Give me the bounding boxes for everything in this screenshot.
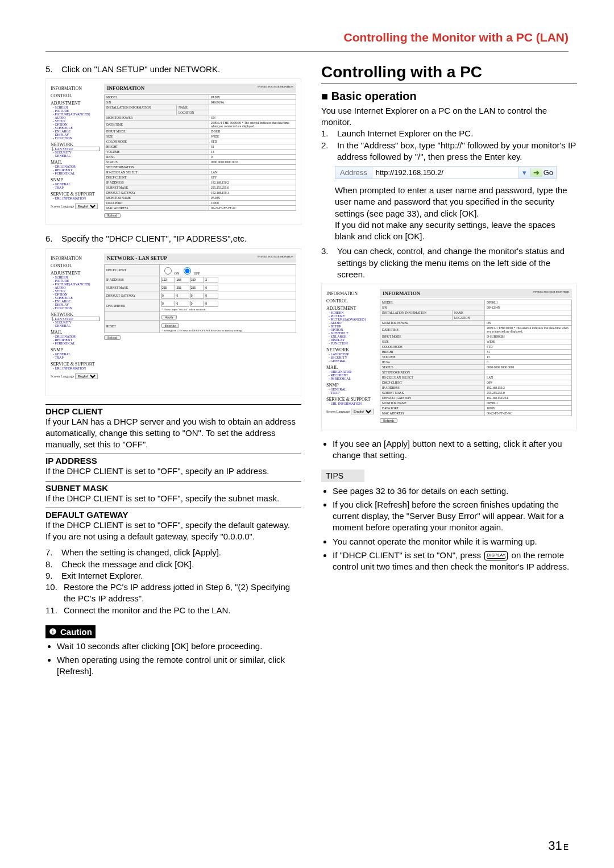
language-select[interactable]: English bbox=[75, 373, 98, 379]
step-5-num: 5. bbox=[45, 64, 56, 75]
nav-link[interactable]: - URL INFORMATION bbox=[53, 197, 99, 200]
nav-group[interactable]: SERVICE & SUPPORT bbox=[51, 192, 99, 197]
tip-3: You cannot operate the monitor while it … bbox=[333, 536, 577, 547]
nav-link[interactable]: - TRAP bbox=[53, 186, 99, 189]
apply-button[interactable]: Apply bbox=[161, 315, 177, 319]
nav-link[interactable]: - PERIODICAL bbox=[53, 172, 99, 175]
ip-octet[interactable] bbox=[161, 293, 175, 299]
caution-list: Wait 10 seconds after clicking [OK] befo… bbox=[45, 641, 301, 678]
nav-group[interactable]: CONTROL bbox=[326, 298, 375, 304]
step-5-text: Click on "LAN SETUP" under NETWORK. bbox=[61, 64, 220, 75]
ip-octet[interactable] bbox=[176, 285, 189, 291]
cap1-sidebar: INFORMATIONCONTROLADJUSTMENT- SCREEN- PI… bbox=[51, 84, 99, 218]
address-label: Address bbox=[335, 167, 372, 178]
nav-group[interactable]: MAIL bbox=[51, 160, 99, 165]
cap3-sub: TYPE65 PCC/SCB MONITOR bbox=[533, 290, 569, 296]
nav-link[interactable]: - GENERAL bbox=[53, 154, 99, 157]
ip-octet[interactable] bbox=[190, 277, 204, 283]
step-6-num: 6. bbox=[45, 233, 56, 244]
cap2-form: DHCP CLIENT ON OFFIP ADDRESS SUBNET MASK… bbox=[104, 264, 296, 333]
nav-group[interactable]: CONTROL bbox=[51, 263, 99, 268]
nav-group[interactable]: INFORMATION bbox=[51, 86, 99, 91]
ip-octet[interactable] bbox=[161, 301, 175, 307]
go-label[interactable]: Go bbox=[542, 167, 557, 178]
nav-link[interactable]: - GENERAL bbox=[329, 359, 375, 363]
ip-octet[interactable] bbox=[205, 301, 218, 307]
nav-group[interactable]: CONTROL bbox=[51, 93, 99, 98]
cap2-title: NETWORK - LAN SETUP bbox=[107, 255, 167, 261]
page-header-title: Controlling the Monitor with a PC (LAN) bbox=[344, 31, 569, 44]
dhcp-on-radio[interactable] bbox=[164, 267, 172, 275]
execute-button[interactable]: Execute bbox=[161, 323, 179, 328]
right-step-1: 1. Launch Internet Explorer on the PC. bbox=[321, 128, 577, 139]
nav-group[interactable]: SNMP bbox=[51, 177, 99, 182]
nav-group[interactable]: NETWORK bbox=[326, 347, 375, 352]
dhcp-off-radio[interactable] bbox=[184, 267, 191, 275]
ip-octet[interactable] bbox=[176, 277, 189, 283]
nav-group[interactable]: ADJUSTMENT bbox=[51, 271, 99, 276]
ip-octet[interactable] bbox=[205, 293, 218, 299]
address-field[interactable]: http://192.168.150.2/ bbox=[372, 167, 519, 178]
ip-octet[interactable] bbox=[176, 301, 189, 307]
language-select[interactable]: English bbox=[75, 203, 98, 209]
step-11: 11.Connect the monitor and the PC to the… bbox=[45, 605, 301, 616]
nav-group[interactable]: MAIL bbox=[326, 365, 375, 370]
cap2-reload-button[interactable]: Reload bbox=[104, 335, 121, 340]
nav-group[interactable]: INFORMATION bbox=[51, 256, 99, 261]
step-7: 7.When the setting is changed, click [Ap… bbox=[45, 547, 301, 558]
step-6: 6. Specify the "DHCP CLIENT", "IP ADDRES… bbox=[45, 233, 301, 244]
nav-group[interactable]: INFORMATION bbox=[326, 291, 375, 296]
intro-text: You use Internet Explorer on a PC on the… bbox=[321, 105, 577, 128]
step-10: 10.Restore the PC's IP address jotted in… bbox=[45, 582, 301, 605]
step-5: 5. Click on "LAN SETUP" under NETWORK. bbox=[45, 64, 301, 75]
section-title: Controlling with a PC bbox=[321, 64, 577, 81]
screenshot-information-right: INFORMATIONCONTROLADJUSTMENT- SCREEN- PI… bbox=[321, 284, 577, 430]
tip-4a: If "DHCP CLIENT" is set to "ON", press bbox=[333, 550, 483, 560]
nav-link[interactable]: - PERIODICAL bbox=[53, 342, 99, 345]
display-button-icon: DISPLAY bbox=[484, 551, 508, 560]
nav-link[interactable]: - FUNCTION bbox=[53, 136, 99, 140]
nav-link[interactable]: - URL INFORMATION bbox=[329, 402, 375, 405]
nav-group[interactable]: ADJUSTMENT bbox=[326, 306, 375, 311]
cap1-table: MODELPA50XS/N8416919AINSTALLATION INFORM… bbox=[104, 94, 296, 211]
step-9: 9.Exit Internet Explorer. bbox=[45, 570, 301, 582]
nav-link[interactable]: - FUNCTION bbox=[329, 342, 375, 345]
subnet-mask-title: SUBNET MASK bbox=[45, 481, 301, 493]
nav-group[interactable]: SNMP bbox=[326, 383, 375, 388]
default-gateway-text-a: If the DHCP CLIENT is set to "OFF", spec… bbox=[45, 520, 301, 531]
nav-link[interactable]: - FUNCTION bbox=[53, 306, 99, 310]
nav-link[interactable]: - TRAP bbox=[53, 356, 99, 359]
header-rule bbox=[45, 51, 569, 52]
nav-group[interactable]: SERVICE & SUPPORT bbox=[51, 362, 99, 367]
nav-group[interactable]: SERVICE & SUPPORT bbox=[326, 397, 375, 402]
nav-link[interactable]: - GENERAL bbox=[53, 324, 99, 327]
cap3-refresh-button[interactable]: Refresh bbox=[380, 418, 397, 423]
ip-octet[interactable] bbox=[205, 285, 218, 291]
default-gateway-title: DEFAULT GATEWAY bbox=[45, 508, 301, 520]
page-number-value: 31 bbox=[548, 838, 562, 853]
page-number-suffix: E bbox=[563, 842, 569, 852]
step-6-text: Specify the "DHCP CLIENT", "IP ADDRESS",… bbox=[61, 233, 247, 244]
nav-group[interactable]: NETWORK bbox=[51, 142, 99, 147]
ip-octet[interactable] bbox=[161, 277, 175, 283]
ip-octet[interactable] bbox=[190, 301, 204, 307]
ip-octet[interactable] bbox=[161, 285, 175, 291]
go-arrow-icon[interactable]: ➜ bbox=[531, 168, 542, 177]
nav-group[interactable]: ADJUSTMENT bbox=[51, 101, 99, 106]
cap1-reload-button[interactable]: Reload bbox=[104, 213, 121, 218]
nav-group[interactable]: NETWORK bbox=[51, 312, 99, 317]
cap1-title: INFORMATION bbox=[107, 85, 144, 91]
ip-octet[interactable] bbox=[205, 277, 218, 283]
ip-octet[interactable] bbox=[190, 285, 204, 291]
language-select[interactable]: English bbox=[351, 409, 374, 414]
ip-octet[interactable] bbox=[190, 293, 204, 299]
nav-group[interactable]: MAIL bbox=[51, 330, 99, 335]
nav-group[interactable]: SNMP bbox=[51, 347, 99, 352]
prompt-text-a: When prompted to enter a user name and p… bbox=[335, 185, 577, 219]
nav-link[interactable]: - PERIODICAL bbox=[329, 377, 375, 380]
nav-link[interactable]: - URL INFORMATION bbox=[53, 367, 99, 370]
ip-octet[interactable] bbox=[176, 293, 189, 299]
subnet-mask-text: If the DHCP CLIENT is set to "OFF", spec… bbox=[45, 493, 301, 504]
address-dropdown-icon[interactable]: ▾ bbox=[519, 168, 531, 177]
nav-link[interactable]: - TRAP bbox=[329, 391, 375, 394]
